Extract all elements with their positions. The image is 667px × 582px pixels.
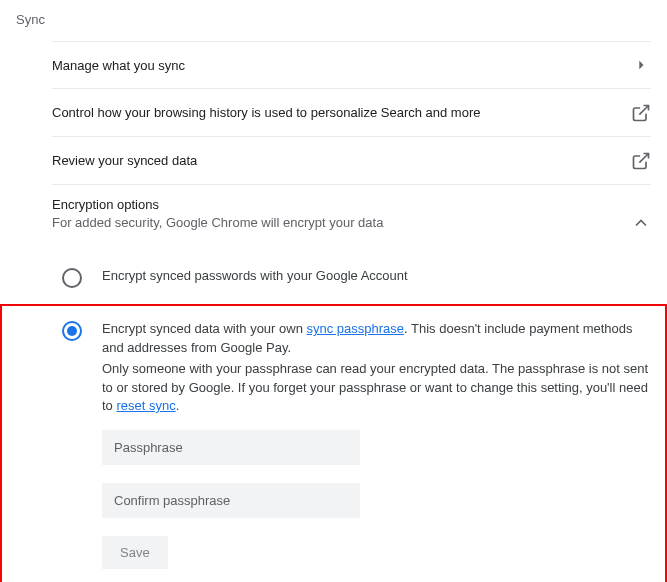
chevron-right-icon (631, 55, 651, 75)
encrypt-passphrase-option[interactable]: Encrypt synced data with your own sync p… (0, 304, 667, 582)
radio-unselected[interactable] (62, 268, 82, 288)
external-link-icon (631, 151, 651, 171)
encryption-title: Encryption options (52, 197, 383, 212)
review-data-row[interactable]: Review your synced data (52, 137, 651, 185)
radio-selected[interactable] (62, 321, 82, 341)
encrypt-google-account-option[interactable]: Encrypt synced passwords with your Googl… (0, 257, 667, 298)
section-title: Sync (0, 12, 667, 41)
sync-passphrase-link[interactable]: sync passphrase (307, 321, 405, 336)
manage-sync-label: Manage what you sync (52, 58, 185, 73)
svg-line-0 (639, 105, 648, 114)
personalize-label: Control how your browsing history is use… (52, 105, 481, 120)
reset-sync-link[interactable]: reset sync (116, 398, 175, 413)
confirm-passphrase-input[interactable] (102, 483, 360, 518)
encryption-options-row[interactable]: Encryption options For added security, G… (52, 185, 651, 245)
encrypt-passphrase-label: Encrypt synced data with your own sync p… (102, 320, 655, 358)
svg-line-1 (639, 153, 648, 162)
chevron-up-icon (631, 213, 651, 233)
personalize-row[interactable]: Control how your browsing history is use… (52, 89, 651, 137)
save-button[interactable]: Save (102, 536, 168, 569)
passphrase-input[interactable] (102, 430, 360, 465)
review-data-label: Review your synced data (52, 153, 197, 168)
encryption-subtitle: For added security, Google Chrome will e… (52, 215, 383, 230)
encrypt-passphrase-description: Only someone with your passphrase can re… (102, 360, 655, 417)
external-link-icon (631, 103, 651, 123)
encrypt-google-account-label: Encrypt synced passwords with your Googl… (102, 267, 655, 286)
manage-sync-row[interactable]: Manage what you sync (52, 41, 651, 89)
